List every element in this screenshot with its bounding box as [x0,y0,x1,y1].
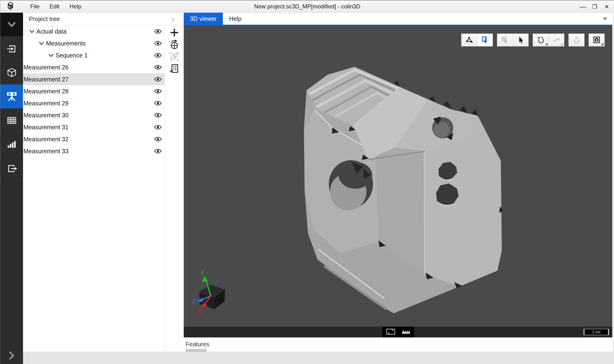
axis-y-label: Y [200,269,204,276]
bar-chart-icon [6,139,17,150]
visibility-toggle[interactable] [154,125,162,130]
menu-edit[interactable]: Edit [45,1,65,12]
tree-row-label: Actual data [36,28,67,35]
tree-row-label: Measurement 32 [24,136,69,143]
align-points-icon [466,36,473,44]
visibility-toggle[interactable] [154,136,162,142]
cursor-select-button[interactable] [513,34,528,46]
dropdown-corner-icon [561,43,563,45]
import-measurement-button[interactable] [168,63,180,74]
visibility-toggle[interactable] [154,148,162,154]
visibility-toggle[interactable] [154,101,162,106]
sidebar-item-scan[interactable] [0,85,23,108]
eye-icon [154,65,162,70]
viewport-bottom-bar: 1 cm [184,327,612,338]
sidebar-expand-button[interactable] [0,350,23,361]
add-button[interactable] [168,27,180,38]
close-button[interactable]: ✕ [601,2,613,12]
lasso-add-remove-icon [537,36,545,44]
status-strip [23,352,614,364]
menu-file[interactable]: File [25,1,45,12]
import-measurement-icon [169,64,179,74]
tree-row-measurement-33[interactable]: Measurement 33 [23,145,165,157]
visibility-toggle[interactable] [154,77,162,82]
grid-select-button[interactable] [497,34,513,46]
sidebar-item-model[interactable] [0,61,23,85]
screenshot-button[interactable] [589,34,604,46]
lasso-delete-button[interactable] [569,34,584,46]
sidebar-collapse-button[interactable] [0,13,23,37]
expander-chevron-icon[interactable] [47,52,55,58]
scanned-mesh[interactable]: Y Z X [184,25,612,327]
eye-icon [154,113,162,118]
eye-icon [154,125,162,130]
eye-icon [154,89,162,94]
visibility-toggle[interactable] [154,41,162,46]
tree-row-measurements[interactable]: Measurements [23,37,165,49]
sidebar-item-export[interactable] [0,156,23,180]
fit-view-button[interactable] [386,328,395,336]
tree-row-label: Measurement 28 [24,88,69,95]
ruler-button[interactable] [402,329,410,336]
drag-align-button[interactable] [477,34,493,46]
tree-row-measurement-27[interactable]: Measurement 27 [23,73,165,85]
eye-icon [154,101,162,106]
tree-row-measurement-26[interactable]: Measurement 26 [23,61,165,73]
tree-row-label: Measurement 33 [24,148,69,155]
orientation-cube[interactable]: Y Z X [192,269,225,314]
visibility-toggle[interactable] [154,113,162,118]
project-tree: Actual data Measurements Sequence 1 M [23,25,165,352]
freeform-select-button[interactable] [548,34,564,46]
sidebar-item-analysis[interactable] [0,132,23,156]
eye-icon [154,148,162,154]
tab-help[interactable]: Help [223,13,248,25]
align-points-button[interactable] [461,34,477,46]
eye-icon [154,41,162,46]
scale-bar: 1 cm [584,329,609,335]
app-logo-icon [5,1,16,12]
lasso-add-remove-button[interactable] [533,34,548,46]
tree-row-label: Measurement 27 [24,76,69,83]
tree-row-measurement-32[interactable]: Measurement 32 [23,133,165,145]
fit-view-icon [386,328,395,335]
expander-chevron-icon[interactable] [28,28,36,34]
chevron-right-icon [7,350,16,361]
app-window: File Edit Help New project.sc3D_MP[modif… [0,0,614,364]
expander-chevron-icon[interactable] [37,40,46,46]
tree-row-measurement-29[interactable]: Measurement 29 [23,97,165,109]
tab-3d-viewer[interactable]: 3D viewer [184,13,223,25]
visibility-toggle[interactable] [154,53,162,58]
rotate-align-button[interactable] [168,39,180,50]
sidebar-item-import[interactable] [0,37,23,61]
tree-row-measurement-30[interactable]: Measurement 30 [23,109,165,121]
tree-row-actual-data[interactable]: Actual data [23,25,165,37]
features-tab-stub [186,349,206,352]
panel-collapse-button[interactable]: ‹ [172,15,175,23]
project-tree-header: Project tree ‹ [23,13,184,25]
tree-row-label: Measurement 26 [24,64,69,71]
dropdown-corner-icon [545,43,547,45]
tree-row-label: Measurements [46,40,86,47]
drag-align-icon [481,36,489,44]
restore-button[interactable]: ❐ [589,2,601,12]
axis-z-label: Z [192,298,196,304]
eye-icon [154,136,162,142]
visibility-toggle[interactable] [154,29,162,34]
register-button[interactable] [168,51,180,62]
window-controls: — ❐ ✕ [577,0,613,13]
tree-row-label: Sequence 1 [56,52,87,59]
project-tree-title: Project tree [29,15,60,23]
visibility-toggle[interactable] [154,89,162,94]
left-sidebar [0,13,23,364]
tree-row-measurement-28[interactable]: Measurement 28 [23,85,165,97]
tree-row-measurement-31[interactable]: Measurement 31 [23,121,165,133]
sidebar-item-mesh[interactable] [0,108,23,132]
visibility-toggle[interactable] [154,65,162,70]
tree-row-sequence-1[interactable]: Sequence 1 [23,49,165,61]
menu-help[interactable]: Help [65,1,86,12]
tab-list-dropdown-icon[interactable] [603,17,608,20]
register-icon [169,52,179,62]
minimize-button[interactable]: — [577,2,589,12]
ruler-icon [402,329,410,335]
viewport-3d[interactable]: Y Z X [184,25,612,327]
